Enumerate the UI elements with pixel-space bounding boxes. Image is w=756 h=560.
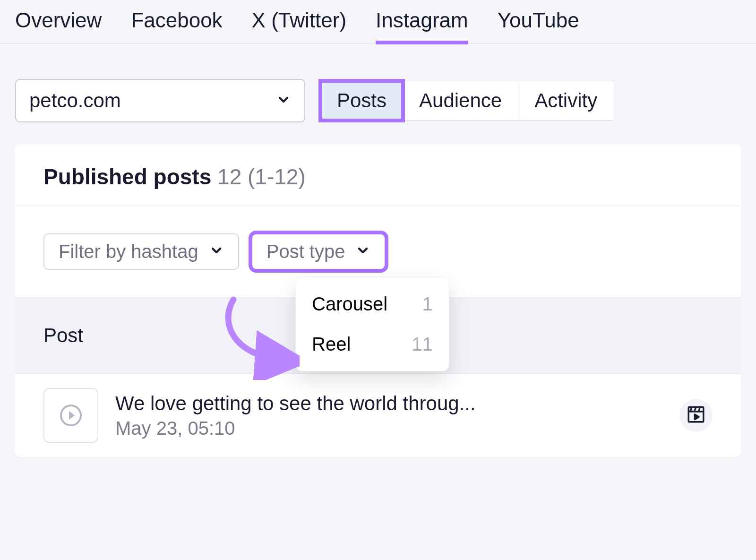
- subtab-posts[interactable]: Posts: [320, 81, 403, 121]
- content-sub-tabs: Posts Audience Activity: [320, 81, 613, 121]
- subtab-activity[interactable]: Activity: [518, 81, 613, 121]
- post-thumbnail: [43, 388, 98, 443]
- domain-select[interactable]: petco.com: [15, 79, 305, 122]
- tab-instagram[interactable]: Instagram: [376, 9, 468, 43]
- svg-marker-5: [695, 414, 699, 420]
- tab-youtube[interactable]: YouTube: [498, 9, 579, 43]
- post-date: May 23, 05:10: [115, 418, 662, 439]
- chevron-down-icon: [209, 241, 224, 262]
- post-title: We love getting to see the world throug.…: [115, 392, 662, 415]
- option-count: 11: [412, 334, 433, 355]
- tab-overview[interactable]: Overview: [15, 9, 102, 43]
- option-label: Reel: [312, 334, 351, 355]
- chevron-down-icon: [276, 89, 291, 112]
- filter-hashtag[interactable]: Filter by hashtag: [43, 233, 239, 270]
- sub-row: petco.com Posts Audience Activity: [0, 44, 756, 122]
- annotation-arrow: [215, 295, 300, 380]
- subtab-audience[interactable]: Audience: [403, 81, 518, 121]
- post-text: We love getting to see the world throug.…: [115, 392, 662, 439]
- option-label: Carousel: [312, 293, 387, 315]
- play-icon: [60, 405, 82, 426]
- card-title: Published posts 12 (1-12): [43, 164, 713, 190]
- top-tabs: Overview Facebook X (Twitter) Instagram …: [0, 0, 756, 44]
- post-type-badge: [679, 399, 713, 432]
- filter-post-type-label: Post type: [266, 241, 345, 262]
- option-count: 1: [422, 293, 433, 315]
- card-header: Published posts 12 (1-12): [15, 144, 741, 206]
- chevron-down-icon: [355, 241, 370, 262]
- filter-hashtag-label: Filter by hashtag: [59, 241, 198, 262]
- post-type-option-reel[interactable]: Reel 11: [296, 324, 449, 364]
- tab-facebook[interactable]: Facebook: [131, 9, 222, 43]
- clapperboard-icon: [686, 405, 706, 426]
- post-type-dropdown: Carousel 1 Reel 11: [295, 277, 449, 371]
- col-post: Post: [43, 324, 83, 346]
- tab-twitter[interactable]: X (Twitter): [252, 9, 346, 43]
- filter-post-type[interactable]: Post type: [251, 233, 386, 270]
- card-title-count: 12 (1-12): [217, 164, 306, 189]
- table-row[interactable]: We love getting to see the world throug.…: [15, 374, 741, 457]
- domain-value: petco.com: [29, 89, 121, 112]
- card-title-label: Published posts: [43, 164, 211, 189]
- post-type-option-carousel[interactable]: Carousel 1: [296, 284, 449, 324]
